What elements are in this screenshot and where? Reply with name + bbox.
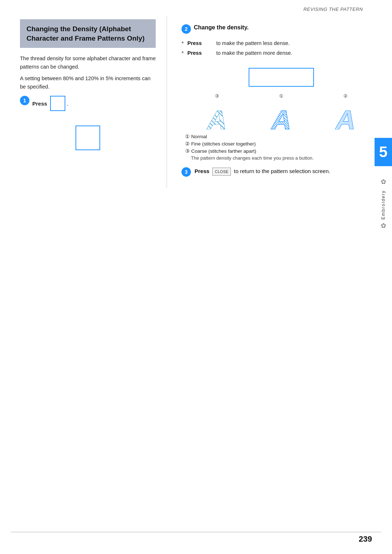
step-1-circle: 1 [20, 96, 29, 105]
left-column: Changing the Density (Alphabet Character… [0, 16, 167, 188]
header-title: REVISING THE PATTERN [303, 7, 363, 12]
bullet-star-1: * [181, 41, 184, 47]
left-screen-placeholder [75, 126, 100, 150]
step-1-row: 1 Press . [20, 96, 156, 111]
side-label-area: ✿ Embroidery ✿ [375, 174, 392, 230]
step-1-content: Press . [32, 96, 68, 111]
section-title-box: Changing the Density (Alphabet Character… [20, 19, 156, 48]
legend-item-1: ① Normal [185, 134, 381, 139]
letter-a-normal-svg: A [269, 101, 294, 130]
step-3-press: Press [195, 168, 209, 174]
embroidery-icon-top: ✿ [381, 178, 386, 186]
step-1-suffix: . [67, 100, 68, 107]
chapter-tab: 5 [375, 138, 392, 166]
bullet-star-2: * [181, 50, 184, 57]
main-layout: Changing the Density (Alphabet Character… [0, 12, 392, 188]
step-3-row: 3 Press CLOSE to return to the pattern s… [181, 167, 381, 177]
svg-text:A: A [335, 104, 355, 130]
density-display-area [181, 68, 381, 87]
step-3-rest: to return to the pattern selection scree… [234, 168, 330, 174]
letter-fine: ② A [333, 93, 358, 130]
legend-note: The pattern density changes each time yo… [191, 155, 381, 161]
bullet-1-press: Press [187, 40, 202, 46]
bottom-divider [11, 532, 381, 532]
step-2-row: 2 Change the density. [181, 24, 381, 35]
body-text-2: A setting between 80% and 120% in 5% inc… [20, 74, 156, 91]
svg-text:A: A [271, 104, 291, 130]
embroidery-label: Embroidery [381, 190, 386, 219]
bullet-row-2: * Press to make the pattern more dense. [181, 50, 381, 57]
bullet-2-desc: to make the pattern more dense. [216, 50, 293, 56]
fine-num: ② [343, 93, 348, 99]
close-button[interactable]: CLOSE [212, 168, 231, 176]
step-1-press-label: Press [32, 100, 47, 107]
letter-coarse: ③ A A [204, 93, 230, 130]
step-1-button-placeholder[interactable] [50, 96, 65, 111]
letter-normal: ① A [269, 93, 294, 130]
chapter-number: 5 [379, 143, 387, 160]
legend-3-text: ③ Coarse (stitches farther apart) [185, 148, 256, 154]
page-header: REVISING THE PATTERN [0, 0, 392, 12]
coarse-num: ③ [215, 93, 219, 99]
letter-a-fine-svg: A [333, 101, 358, 130]
left-image-area [20, 126, 156, 150]
legend-area: ① Normal ② Fine (stitches closer togethe… [185, 134, 381, 161]
page-number: 239 [359, 534, 372, 544]
normal-num: ① [279, 93, 283, 99]
legend-item-2: ② Fine (stitches closer together) [185, 141, 381, 147]
bullet-2-press: Press [187, 50, 202, 56]
section-title: Changing the Density (Alphabet Character… [26, 24, 149, 43]
step-3-content: Press CLOSE to return to the pattern sel… [195, 167, 330, 176]
step-2-heading: Change the density. [194, 24, 249, 31]
bullet-1-desc: to make the pattern less dense. [216, 40, 290, 46]
right-column: 2 Change the density. * Press to make th… [167, 16, 392, 188]
letter-a-coarse-svg: A A [204, 101, 230, 130]
density-screen-box [249, 68, 314, 87]
legend-item-3: ③ Coarse (stitches farther apart) [185, 148, 381, 154]
legend-2-text: ② Fine (stitches closer together) [185, 141, 256, 147]
letter-display-area: ③ A A [181, 93, 381, 130]
body-text-1: The thread density for some alphabet cha… [20, 54, 156, 71]
legend-1-text: ① Normal [185, 134, 207, 139]
step-3-circle: 3 [181, 167, 191, 177]
step-2-circle: 2 [181, 24, 191, 34]
bullet-row-1: * Press to make the pattern less dense. [181, 40, 381, 47]
embroidery-icon-bottom: ✿ [381, 222, 386, 230]
